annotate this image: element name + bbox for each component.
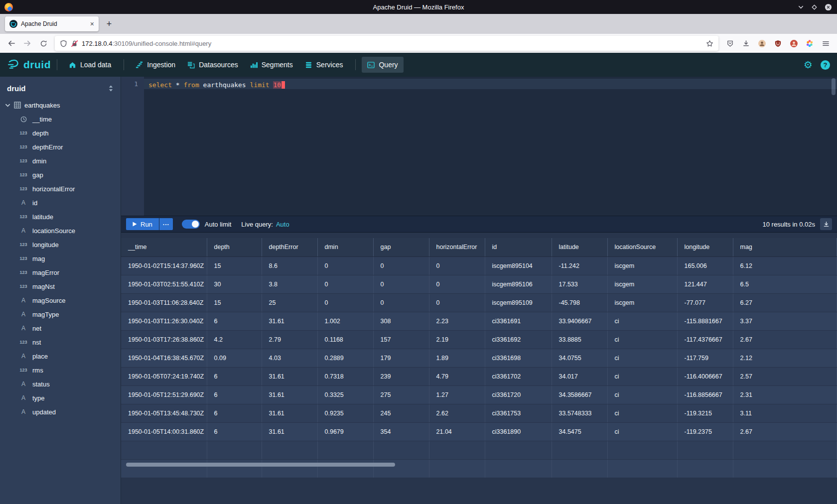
sidebar-column-mag[interactable]: 123mag: [0, 252, 121, 265]
table-cell[interactable]: ci: [607, 385, 677, 404]
table-cell[interactable]: 3.11: [733, 404, 837, 422]
table-cell[interactable]: 1950-01-05T14:00:31.860Z: [121, 422, 207, 441]
editor-code-area[interactable]: select * from earthquakes limit 10: [144, 77, 837, 216]
account-avatar-icon[interactable]: [754, 36, 769, 51]
table-cell[interactable]: 0: [429, 293, 485, 312]
menu-icon[interactable]: [818, 36, 833, 51]
table-cell[interactable]: ci3361702: [485, 367, 552, 385]
table-cell[interactable]: ci3361698: [485, 349, 552, 367]
table-cell[interactable]: 275: [373, 385, 429, 404]
table-cell[interactable]: 1950-01-02T15:14:37.960Z: [121, 256, 207, 275]
table-cell[interactable]: 25: [262, 293, 317, 312]
sidebar-column-type[interactable]: Atype: [0, 391, 121, 405]
nav-item-datasources[interactable]: Datasources: [182, 57, 244, 73]
table-cell[interactable]: 2.62: [429, 404, 485, 422]
sql-editor[interactable]: 1 select * from earthquakes limit 10: [121, 77, 837, 216]
downloads-icon[interactable]: [738, 36, 753, 51]
table-cell[interactable]: 0.1168: [317, 330, 373, 349]
table-cell[interactable]: 0: [373, 293, 429, 312]
table-cell[interactable]: 121.447: [677, 275, 733, 293]
url-bar[interactable]: 172.18.0.4:30109/unified-console.html#qu…: [55, 36, 718, 51]
table-cell[interactable]: 3.8: [262, 275, 317, 293]
table-cell[interactable]: ci: [607, 367, 677, 385]
run-more-button[interactable]: ...: [159, 218, 173, 230]
table-cell[interactable]: ci: [607, 330, 677, 349]
table-cell[interactable]: 33.5748333: [552, 404, 607, 422]
table-cell[interactable]: 1950-01-03T17:26:38.860Z: [121, 330, 207, 349]
sidebar-column-place[interactable]: Aplace: [0, 349, 121, 363]
table-cell[interactable]: ci: [607, 349, 677, 367]
new-tab-button[interactable]: +: [103, 17, 116, 30]
table-cell[interactable]: 30: [207, 275, 262, 293]
sidebar-column-depthError[interactable]: 123depthError: [0, 140, 121, 154]
table-cell[interactable]: 179: [373, 349, 429, 367]
table-cell[interactable]: 6: [207, 312, 262, 330]
table-cell[interactable]: 3.37: [733, 312, 837, 330]
nav-item-ingestion[interactable]: Ingestion: [130, 57, 181, 73]
table-cell[interactable]: 354: [373, 422, 429, 441]
table-cell[interactable]: 1950-01-04T16:38:45.670Z: [121, 349, 207, 367]
table-cell[interactable]: ci3361691: [485, 312, 552, 330]
nav-item-segments[interactable]: Segments: [245, 57, 298, 73]
table-cell[interactable]: 6.12: [733, 256, 837, 275]
sidebar-column-updated[interactable]: Aupdated: [0, 405, 121, 419]
table-cell[interactable]: 17.533: [552, 275, 607, 293]
table-cell[interactable]: 165.006: [677, 256, 733, 275]
table-cell[interactable]: 0.2889: [317, 349, 373, 367]
settings-gear-icon[interactable]: ⚙: [804, 60, 813, 70]
bookmark-star-icon[interactable]: [706, 40, 713, 47]
table-cell[interactable]: ci: [607, 404, 677, 422]
sql-line[interactable]: select * from earthquakes limit 10: [148, 80, 837, 90]
horizontal-scrollbar-thumb[interactable]: [126, 463, 395, 467]
tracking-shield-icon[interactable]: [60, 40, 67, 47]
column-header-gap[interactable]: gap: [373, 238, 429, 256]
table-cell[interactable]: 6: [207, 404, 262, 422]
table-cell[interactable]: 34.017: [552, 367, 607, 385]
table-cell[interactable]: 6.5: [733, 275, 837, 293]
table-cell[interactable]: 0: [429, 275, 485, 293]
column-header-longitude[interactable]: longitude: [677, 238, 733, 256]
table-cell[interactable]: 15: [207, 256, 262, 275]
table-cell[interactable]: -117.759: [677, 349, 733, 367]
table-cell[interactable]: ci3361753: [485, 404, 552, 422]
sidebar-datasource-earthquakes[interactable]: earthquakes: [0, 98, 121, 112]
table-cell[interactable]: -11.242: [552, 256, 607, 275]
table-cell[interactable]: iscgem895104: [485, 256, 552, 275]
table-cell[interactable]: ci3361692: [485, 330, 552, 349]
table-cell[interactable]: 31.61: [262, 422, 317, 441]
ublock-shield-icon[interactable]: [770, 36, 785, 51]
table-cell[interactable]: 31.61: [262, 367, 317, 385]
column-header-mag[interactable]: mag: [733, 238, 837, 256]
sidebar-column-latitude[interactable]: 123latitude: [0, 210, 121, 224]
table-cell[interactable]: 245: [373, 404, 429, 422]
sidebar-column-__time[interactable]: __time: [0, 112, 121, 126]
table-cell[interactable]: 34.0755: [552, 349, 607, 367]
table-cell[interactable]: 1950-01-03T11:26:30.040Z: [121, 312, 207, 330]
table-cell[interactable]: 2.19: [429, 330, 485, 349]
table-cell[interactable]: 1950-01-05T07:24:19.740Z: [121, 367, 207, 385]
column-header-depth[interactable]: depth: [207, 238, 262, 256]
table-cell[interactable]: 15: [207, 293, 262, 312]
column-header-horizontalError[interactable]: horizontalError: [429, 238, 485, 256]
column-header-id[interactable]: id: [485, 238, 552, 256]
table-cell[interactable]: 2.31: [733, 385, 837, 404]
table-cell[interactable]: 0.3325: [317, 385, 373, 404]
table-cell[interactable]: 1.89: [429, 349, 485, 367]
column-header-depthError[interactable]: depthError: [262, 238, 317, 256]
table-cell[interactable]: -115.8881667: [677, 312, 733, 330]
pinwheel-extension-icon[interactable]: [802, 36, 817, 51]
browser-tab[interactable]: Apache Druid ×: [5, 16, 99, 31]
table-cell[interactable]: 1950-01-05T12:51:29.690Z: [121, 385, 207, 404]
table-cell[interactable]: 34.3586667: [552, 385, 607, 404]
table-cell[interactable]: -119.3215: [677, 404, 733, 422]
sidebar-column-horizontalError[interactable]: 123horizontalError: [0, 182, 121, 196]
table-cell[interactable]: 0.9679: [317, 422, 373, 441]
table-cell[interactable]: 0: [317, 256, 373, 275]
insecure-lock-icon[interactable]: [71, 40, 78, 47]
sidebar-column-dmin[interactable]: 123dmin: [0, 154, 121, 168]
sidebar-column-rms[interactable]: 123rms: [0, 363, 121, 377]
table-cell[interactable]: 0.7318: [317, 367, 373, 385]
nav-item-query[interactable]: Query: [362, 57, 403, 73]
table-cell[interactable]: iscgem: [607, 256, 677, 275]
table-cell[interactable]: 0: [373, 275, 429, 293]
